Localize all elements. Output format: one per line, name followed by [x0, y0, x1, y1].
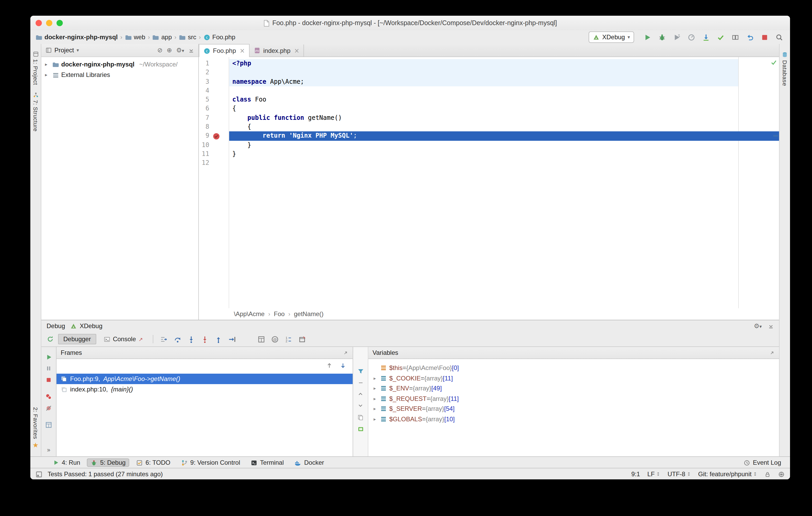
toolwindow-button-event-log[interactable]: Event Log [740, 458, 785, 467]
profiler-button[interactable] [686, 31, 697, 43]
inline-values-button[interactable]: 12 [283, 334, 294, 345]
minimize-button[interactable] [46, 20, 52, 26]
run-button[interactable] [641, 31, 653, 43]
hide-panel-icon[interactable] [768, 323, 774, 329]
code-line[interactable]: namespace App\Acme; [229, 77, 779, 86]
gutter-line-number[interactable]: 3 [199, 77, 229, 86]
filter-icon[interactable] [357, 368, 364, 375]
step-over-button[interactable] [172, 334, 183, 345]
force-step-into-button[interactable] [199, 334, 210, 345]
toolwindow-button-5-debug[interactable]: 5: Debug [87, 458, 129, 467]
breadcrumb-item[interactable]: src [179, 33, 196, 41]
breadcrumb-item[interactable]: cFoo.php [204, 33, 235, 41]
gutter-line-number[interactable]: 11 [199, 150, 229, 159]
variable-row[interactable]: ▸$_REQUEST = {array} [11] [368, 394, 779, 404]
gutter-line-number[interactable]: 5 [199, 95, 229, 105]
run-configuration-select[interactable]: XDebug ▾ [588, 31, 634, 43]
close-icon[interactable]: × [240, 47, 245, 54]
update-project-button[interactable] [700, 31, 712, 43]
variable-row[interactable]: ▸$_COOKIE = {array} [11] [368, 373, 779, 383]
step-out-button[interactable] [212, 334, 224, 345]
gutter-line-number[interactable]: 2 [199, 68, 229, 78]
gutter-line-number[interactable]: 12 [199, 159, 229, 168]
preview-icon[interactable] [357, 426, 364, 432]
tab-index-php[interactable]: php index.php × [250, 45, 304, 57]
frame-row[interactable]: index.php:10, {main}() [57, 384, 353, 395]
code-area[interactable]: <?phpnamespace App\Acme;class Foo{ publi… [229, 57, 779, 309]
line-ending-widget[interactable]: LF↕ [647, 470, 660, 478]
breadcrumb-item[interactable]: Foo [274, 311, 285, 318]
lock-icon[interactable] [764, 471, 771, 478]
gutter-line-number[interactable]: 10 [199, 141, 229, 150]
expand-arrow-icon[interactable]: ▸ [45, 62, 50, 67]
scroll-to-source-icon[interactable]: ⊕ [167, 47, 172, 53]
breadcrumb-item[interactable]: docker-nginx-php-mysql [36, 33, 118, 41]
evaluate-expression-button[interactable]: @ [269, 334, 281, 345]
variable-row[interactable]: ▸$_SERVER = {array} [54] [368, 404, 779, 414]
breadcrumb-item[interactable]: getName() [294, 311, 323, 318]
toolwindow-button-6-todo[interactable]: 6: TODO [133, 458, 174, 467]
sidebar-item-structure[interactable]: 7: Structure [32, 92, 39, 132]
toolwindow-switcher-icon[interactable] [36, 471, 42, 478]
breadcrumb-item[interactable]: \App\Acme [234, 311, 264, 318]
show-execution-point-button[interactable] [158, 334, 170, 345]
debug-button[interactable] [656, 31, 668, 43]
expand-arrow-icon[interactable]: ▸ [374, 396, 380, 401]
breadcrumb-item[interactable]: web [125, 33, 145, 41]
view-breakpoints-button[interactable] [43, 391, 54, 403]
toolwindow-button-terminal[interactable]: Terminal [247, 458, 288, 467]
code-line[interactable]: return 'Nginx PHP MySQL'; [229, 132, 779, 141]
variable-row[interactable]: ▸$_ENV = {array} [49] [368, 383, 779, 394]
editor-gutter[interactable]: 123456789101112 [199, 57, 229, 309]
code-line[interactable]: } [229, 141, 779, 150]
caret-position[interactable]: 9:1 [631, 470, 640, 478]
expand-arrow-icon[interactable]: ▸ [45, 72, 50, 78]
gutter-line-number[interactable]: 1 [199, 59, 229, 68]
zoom-button[interactable] [57, 20, 63, 26]
collapse-all-icon[interactable]: ⊘ [157, 47, 163, 53]
inspection-ok-icon[interactable] [771, 59, 777, 65]
next-frame-icon[interactable] [340, 363, 346, 369]
compare-button[interactable] [729, 31, 741, 43]
close-button[interactable] [36, 20, 42, 26]
view-threads-button[interactable] [255, 334, 267, 345]
search-everywhere-button[interactable] [773, 31, 785, 43]
title-bar[interactable]: Foo.php - docker-nginx-php-mysql - [~/Wo… [30, 16, 790, 30]
sidebar-item-database[interactable]: Database [782, 51, 788, 86]
stop-button[interactable] [759, 31, 770, 43]
toolwindow-button-9-version-control[interactable]: 9: Version Control [177, 458, 244, 467]
tab-debugger[interactable]: Debugger [58, 334, 96, 345]
previous-frame-icon[interactable] [326, 363, 333, 369]
code-line[interactable]: <?php [229, 59, 779, 68]
vcs-branch-widget[interactable]: Git: feature/phpunit↕ [698, 470, 757, 478]
chevron-down-icon[interactable] [357, 403, 364, 409]
ide-indicator-icon[interactable] [778, 471, 785, 478]
gutter-line-number[interactable]: 4 [199, 86, 229, 95]
step-into-button[interactable] [185, 334, 197, 345]
gear-icon[interactable]: ⚙▾ [176, 47, 184, 54]
close-icon[interactable]: × [294, 47, 299, 54]
breakpoint-icon[interactable] [213, 133, 220, 140]
float-pane-icon[interactable] [343, 350, 348, 356]
code-line[interactable] [229, 86, 779, 95]
layout-settings-button[interactable] [43, 420, 54, 431]
pause-button[interactable] [43, 363, 54, 374]
code-line[interactable]: { [229, 122, 779, 132]
toolwindow-button-docker[interactable]: Docker [291, 458, 328, 467]
expand-arrow-icon[interactable]: ▸ [374, 406, 380, 411]
breadcrumb-item[interactable]: app [152, 33, 172, 41]
chevron-down-icon[interactable]: ▾ [77, 48, 79, 53]
run-with-coverage-button[interactable] [671, 31, 682, 43]
rerun-button[interactable] [45, 334, 56, 345]
more-options-button[interactable]: » [47, 447, 51, 453]
status-message[interactable]: Tests Passed: 1 passed (27 minutes ago) [48, 470, 163, 478]
gear-icon[interactable]: ⚙▾ [754, 323, 762, 330]
variable-row[interactable]: ▸$GLOBALS = {array} [10] [368, 414, 779, 424]
toolwindow-button-4-run[interactable]: 4: Run [49, 458, 84, 467]
code-line[interactable]: { [229, 105, 779, 114]
code-line[interactable]: public function getName() [229, 114, 779, 123]
encoding-widget[interactable]: UTF-8↕ [668, 470, 691, 478]
gutter-line-number[interactable]: 8 [199, 122, 229, 132]
tree-row-project-root[interactable]: ▸ docker-nginx-php-mysql ~/Workspace/ [41, 59, 198, 69]
expand-arrow-icon[interactable]: ▸ [374, 375, 380, 381]
